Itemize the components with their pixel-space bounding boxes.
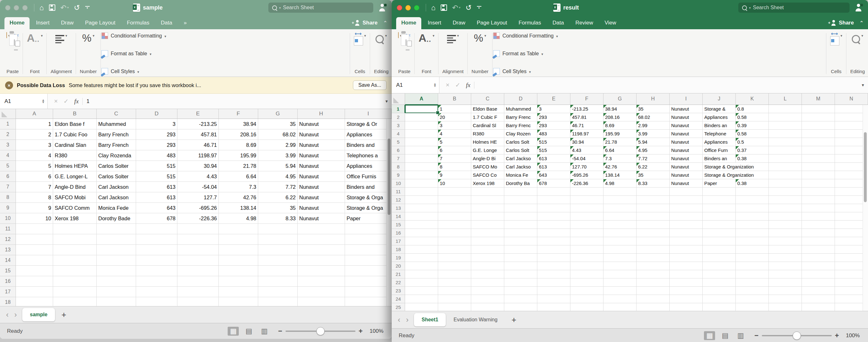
cell-C18[interactable]	[471, 245, 504, 254]
cell-J22[interactable]	[703, 278, 736, 287]
copy-icon[interactable]	[406, 40, 406, 45]
cell-F15[interactable]	[219, 266, 258, 276]
cell-K20[interactable]	[736, 262, 769, 270]
cell-F8[interactable]: 127.70	[570, 163, 603, 171]
cell-G1[interactable]: 38.94	[603, 105, 637, 113]
cell-H3[interactable]: 2.99	[637, 121, 670, 130]
cell-E25[interactable]	[537, 303, 570, 311]
cell-F11[interactable]	[570, 188, 603, 196]
cell-K22[interactable]	[736, 278, 769, 287]
cell-A12[interactable]	[405, 196, 438, 204]
cell-D2[interactable]: Barry Frenc	[504, 113, 537, 121]
zoom-in-icon[interactable]: +	[359, 327, 363, 335]
cell-D7[interactable]: Carl Jackso	[504, 154, 537, 163]
name-box-stepper[interactable]: ▲▼	[42, 99, 45, 103]
column-header-F[interactable]: F	[219, 109, 258, 119]
cell-J24[interactable]	[703, 295, 736, 303]
cell-D6[interactable]: Carlos Solt	[504, 146, 537, 154]
cell-B6[interactable]: 6	[438, 146, 471, 154]
tab-data[interactable]: Data	[548, 17, 569, 29]
cell-G6[interactable]: 4.95	[258, 171, 298, 182]
cell-G8[interactable]: 6.22	[258, 192, 298, 203]
cell-C6[interactable]: G.E. Longe	[471, 146, 504, 154]
cell-C15[interactable]	[97, 266, 136, 276]
cell-I2[interactable]: Appliances	[345, 129, 392, 140]
cell-I23[interactable]	[670, 287, 703, 295]
home-icon[interactable]: ⌂	[431, 4, 436, 11]
cell-B3[interactable]: Cardinal Slan	[53, 140, 97, 150]
cell-G20[interactable]	[603, 262, 637, 270]
cell-styles-button[interactable]: Cell Styles▾	[101, 68, 349, 75]
cell-C16[interactable]	[97, 276, 136, 287]
cell-C4[interactable]: R380	[471, 130, 504, 138]
cell-J2[interactable]: Appliances	[703, 113, 736, 121]
cell-L12[interactable]	[769, 196, 802, 204]
cell-I15[interactable]	[345, 266, 392, 276]
row-header-4[interactable]: 4	[392, 130, 405, 138]
cell-L9[interactable]	[769, 171, 802, 179]
cell-B12[interactable]	[438, 196, 471, 204]
row-header-18[interactable]: 18	[0, 297, 16, 306]
cell-E1[interactable]: 3	[537, 105, 570, 113]
cell-F6[interactable]: 6.64	[219, 171, 258, 182]
cell-M1[interactable]	[802, 105, 835, 113]
cancel-icon[interactable]: ×	[54, 98, 58, 105]
cell-F3[interactable]: 8.69	[219, 140, 258, 150]
row-header-1[interactable]: 1	[0, 119, 16, 129]
cell-F2[interactable]: 208.16	[219, 129, 258, 140]
cell-D25[interactable]	[504, 303, 537, 311]
cell-I17[interactable]	[345, 287, 392, 297]
cell-L2[interactable]	[769, 113, 802, 121]
cell-C15[interactable]	[471, 221, 504, 229]
page-layout-view-icon[interactable]: ▤	[243, 327, 254, 336]
cell-K2[interactable]: 0.58	[736, 113, 769, 121]
cell-F9[interactable]: 138.14	[219, 203, 258, 213]
format-as-table-button[interactable]: Format as Table▾	[493, 50, 825, 57]
cell-L11[interactable]	[769, 188, 802, 196]
cell-K5[interactable]: 0.5	[736, 138, 769, 146]
cell-L16[interactable]	[769, 229, 802, 237]
fx-icon[interactable]: fx	[74, 98, 79, 105]
cell-E14[interactable]	[537, 212, 570, 221]
cell-B7[interactable]: Angle-D Bind	[53, 182, 97, 192]
cell-I12[interactable]	[670, 196, 703, 204]
row-header-16[interactable]: 16	[0, 276, 16, 287]
search-scope-chevron-icon[interactable]: ▾	[749, 6, 751, 9]
editing-group[interactable]: ▾ Editing	[847, 32, 868, 75]
sheet-tab-sheet1[interactable]: Sheet1	[414, 313, 446, 327]
cell-F4[interactable]: 195.99	[219, 150, 258, 161]
cell-A10[interactable]	[405, 179, 438, 188]
cell-I7[interactable]: Binders and	[345, 182, 392, 192]
cell-C3[interactable]: Cardinal Sl	[471, 121, 504, 130]
cell-G22[interactable]	[603, 278, 637, 287]
tab-formulas[interactable]: Formulas	[122, 17, 155, 29]
cell-J5[interactable]: Appliances	[703, 138, 736, 146]
cell-F15[interactable]	[570, 221, 603, 229]
cell-L3[interactable]	[769, 121, 802, 130]
cell-G5[interactable]: 5.94	[258, 161, 298, 171]
cell-B18[interactable]	[438, 245, 471, 254]
cell-B6[interactable]: G.E. Longer-L	[53, 171, 97, 182]
cell-C7[interactable]: Angle-D Bi	[471, 154, 504, 163]
cell-E16[interactable]	[178, 276, 219, 287]
cell-M18[interactable]	[802, 245, 835, 254]
column-header-C[interactable]: C	[471, 93, 504, 105]
cell-A3[interactable]: 3	[16, 140, 53, 150]
cell-C22[interactable]	[471, 278, 504, 287]
zoom-slider-thumb[interactable]	[793, 332, 801, 340]
cell-D18[interactable]	[504, 245, 537, 254]
copy-icon[interactable]	[14, 40, 14, 45]
cell-G10[interactable]: 4.98	[603, 179, 637, 188]
cell-D14[interactable]	[136, 255, 178, 266]
column-header-G[interactable]: G	[603, 93, 637, 105]
column-header-C[interactable]: C	[97, 109, 136, 119]
cancel-icon[interactable]: ×	[446, 81, 450, 89]
column-header-H[interactable]: H	[637, 93, 670, 105]
cell-E15[interactable]	[537, 221, 570, 229]
cell-G1[interactable]: 35	[258, 119, 298, 129]
cell-B1[interactable]: 1	[438, 105, 471, 113]
cell-E17[interactable]	[537, 237, 570, 245]
cell-I16[interactable]	[345, 276, 392, 287]
cell-I13[interactable]	[670, 204, 703, 212]
vertical-scrollbar[interactable]	[386, 119, 392, 306]
